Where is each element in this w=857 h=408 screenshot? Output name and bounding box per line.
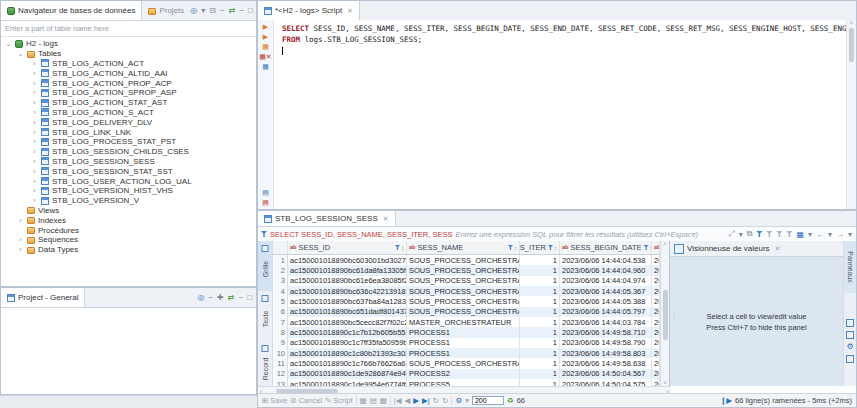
tab-grid-presentation[interactable]: Grille — [258, 241, 272, 291]
corner-cell[interactable] — [273, 241, 288, 254]
chevron-right-icon[interactable]: › — [31, 187, 38, 194]
tab-panneaux[interactable]: Panneaux — [844, 241, 856, 293]
link-editor-icon[interactable]: ⇄ — [229, 6, 236, 15]
cell-sess-name[interactable]: SOUS_PROCESS_ORCHESTRATEUR — [407, 296, 520, 306]
column-header-sess-iter[interactable]: 123 SESS_ITER ↕ — [520, 241, 560, 254]
table-row[interactable]: 12 ac150001018890c1de9286874e9495f5 PROC… — [273, 369, 660, 379]
cell-sess-iter[interactable]: 1 — [520, 276, 560, 286]
row-number[interactable]: 5 — [273, 296, 288, 306]
minimize-icon[interactable]: − — [239, 6, 244, 15]
export-result-icon[interactable]: ▦ — [262, 63, 269, 70]
flip-panel-icon[interactable]: ⧉ — [747, 229, 753, 239]
tree-item-table[interactable]: › STB_LOG_USER_ACTION_LOG_UAL — [1, 176, 256, 186]
scrollbar-thumb[interactable] — [276, 389, 338, 393]
table-row[interactable]: 10 ac150001018890c1c80b21393c3021a7 PROC… — [273, 348, 660, 358]
row-number[interactable]: 6 — [273, 307, 288, 317]
cell-sess-name[interactable]: PROCESS1 — [407, 327, 520, 337]
table-row[interactable]: 4 ac150001018890bc636c42213918bad4 SOUS_… — [273, 286, 660, 296]
cell-sess-iter[interactable]: 1 — [520, 358, 560, 368]
row-number[interactable]: 4 — [273, 286, 288, 296]
explain-plan-icon[interactable]: ▦✕ — [259, 53, 271, 60]
tree-item-table[interactable]: › STB_LOG_PROCESS_STAT_PST — [1, 137, 256, 147]
table-row[interactable]: 13 ac150001018890c1de9954e6774fba05 PROC… — [273, 379, 660, 386]
chevron-right-icon[interactable]: › — [31, 99, 38, 106]
column-header-sess-id[interactable]: ab SESS_ID ↕ — [288, 241, 407, 254]
grid-vertical-scrollbar[interactable]: ˄ ˅ — [660, 241, 669, 386]
tab-result-set[interactable]: STB_LOG_SESSION_SESS ✕ — [258, 211, 396, 226]
cell-sess-end-date[interactable]: 202 — [652, 327, 660, 337]
cell-sess-end-date[interactable]: 202 — [652, 317, 660, 327]
column-header-sess-name[interactable]: ab SESS_NAME ↕ — [407, 241, 520, 254]
fetch-all-icon[interactable]: ↻ — [442, 396, 448, 405]
cell-sess-id[interactable]: ac150001018890bc61da8fa13305f703 — [288, 265, 407, 275]
row-number[interactable]: 9 — [273, 338, 288, 348]
row-number[interactable]: 8 — [273, 327, 288, 337]
dropdown-icon[interactable]: ▾ — [828, 230, 832, 239]
cell-sess-begin-date[interactable]: 2023/06/06 14:49:58.790 — [560, 338, 652, 348]
execute-statement-icon[interactable]: ▶ — [263, 23, 268, 30]
cell-sess-id[interactable]: ac150001018890c1de9286874e9495f5 — [288, 369, 407, 379]
cell-sess-end-date[interactable]: 202 — [652, 296, 660, 306]
chevron-down-icon[interactable]: ⌄ — [5, 40, 12, 48]
fetch-size-input[interactable] — [472, 396, 504, 405]
cell-sess-name[interactable]: PROCESS1 — [407, 338, 520, 348]
dropdown-icon[interactable]: ▾ — [808, 230, 812, 239]
table-row[interactable]: 5 ac150001018890bc637ba84a1283cc87 SOUS_… — [273, 296, 660, 306]
metadata-panel-icon[interactable] — [846, 331, 854, 339]
cell-sess-begin-date[interactable]: 2023/06/06 14:44:04.960 — [560, 265, 652, 275]
table-row[interactable]: 7 ac150001018890bc5cecc82f7f02c232 MASTE… — [273, 317, 660, 327]
cell-sess-id[interactable]: ac150001018890c1de9954e6774fba05 — [288, 379, 407, 386]
cell-sess-iter[interactable]: 1 — [520, 348, 560, 358]
chevron-right-icon[interactable]: › — [31, 129, 38, 136]
tree-item-table[interactable]: › STB_LOG_SESSION_STAT_SST — [1, 166, 256, 176]
cell-sess-end-date[interactable]: 202 — [652, 255, 660, 265]
maximize-icon[interactable]: □ — [248, 6, 253, 15]
last-page-icon[interactable]: ▶| — [422, 396, 430, 405]
tree-item-connection[interactable]: ⌄ H2 - logs — [1, 39, 256, 49]
cell-sess-iter[interactable]: 1 — [520, 286, 560, 296]
filter-history-icon[interactable] — [776, 231, 782, 237]
sort-icon[interactable]: ↕ — [514, 245, 517, 251]
filter-menu-icon[interactable] — [786, 231, 792, 237]
row-number[interactable]: 10 — [273, 348, 288, 358]
cell-sess-name[interactable]: PROCESS1 — [407, 348, 520, 358]
tree-item-table[interactable]: › STB_LOG_SESSION_CHILDS_CSES — [1, 147, 256, 157]
cell-sess-begin-date[interactable]: 2023/06/06 14:44:05.388 — [560, 296, 652, 306]
sort-icon[interactable]: ↕ — [554, 245, 557, 251]
new-connection-icon[interactable]: ◎ — [190, 6, 197, 15]
cell-sess-begin-date[interactable]: 2023/06/06 14:44:04.538 — [560, 255, 652, 265]
minus-icon[interactable]: − — [220, 6, 225, 15]
refresh-icon[interactable]: ♻ — [507, 396, 514, 405]
cell-sess-id[interactable]: ac150001018890c1c7b12b605b552c95 — [288, 327, 407, 337]
gear-icon[interactable]: ⚙ — [846, 343, 853, 351]
add-row-icon[interactable]: ▦ — [360, 396, 367, 405]
column-header-sess-end-date[interactable]: ab SE — [652, 241, 660, 254]
scrollbar-thumb[interactable] — [849, 28, 854, 62]
tree-item-folder[interactable]: › Indexes — [1, 215, 256, 225]
execute-script-icon[interactable]: ▶ — [263, 33, 268, 40]
minus-icon[interactable]: − — [208, 293, 213, 302]
tree-item-folder[interactable]: › Data Types — [1, 245, 256, 255]
history-back-icon[interactable]: ← — [816, 230, 824, 239]
scroll-up-icon[interactable]: ˄ — [663, 241, 667, 247]
tree-item-table[interactable]: › STB_LOG_ACTION_ACT — [1, 59, 256, 69]
cell-sess-name[interactable]: PROCESS5 — [407, 379, 520, 386]
tab-projects[interactable]: Projets — [142, 1, 190, 20]
cell-sess-id[interactable]: ac150001018890bc5cecc82f7f02c232 — [288, 317, 407, 327]
cell-sess-name[interactable]: SOUS_PROCESS_ORCHESTRATEUR — [407, 286, 520, 296]
cell-sess-id[interactable]: ac150001018890bc636c42213918bad4 — [288, 286, 407, 296]
sash-handle[interactable]: ⋮ — [671, 314, 677, 317]
cell-sess-id[interactable]: ac150001018890c1c80b21393c3021a7 — [288, 348, 407, 358]
cell-sess-id[interactable]: ac150001018890c1c7ff35fa50959bf2 — [288, 338, 407, 348]
tree-item-table[interactable]: › STB_LOG_ACTION_SPROP_ASP — [1, 88, 256, 98]
column-filter-icon[interactable] — [548, 245, 553, 250]
cell-sess-id[interactable]: ac150001018890bc603001bd3027b3fe — [288, 255, 407, 265]
cell-sess-id[interactable]: ac150001018890bc651dadf801437ebf — [288, 307, 407, 317]
chevron-right-icon[interactable]: › — [31, 70, 38, 77]
chevron-right-icon[interactable]: › — [17, 236, 24, 243]
filter-save-icon[interactable] — [756, 231, 762, 237]
cell-sess-end-date[interactable]: 202 — [652, 379, 660, 386]
chevron-right-icon[interactable]: › — [31, 158, 38, 165]
tab-database-navigator[interactable]: Navigateur de bases de données — [1, 1, 142, 20]
custom-filter-icon[interactable] — [261, 231, 267, 237]
